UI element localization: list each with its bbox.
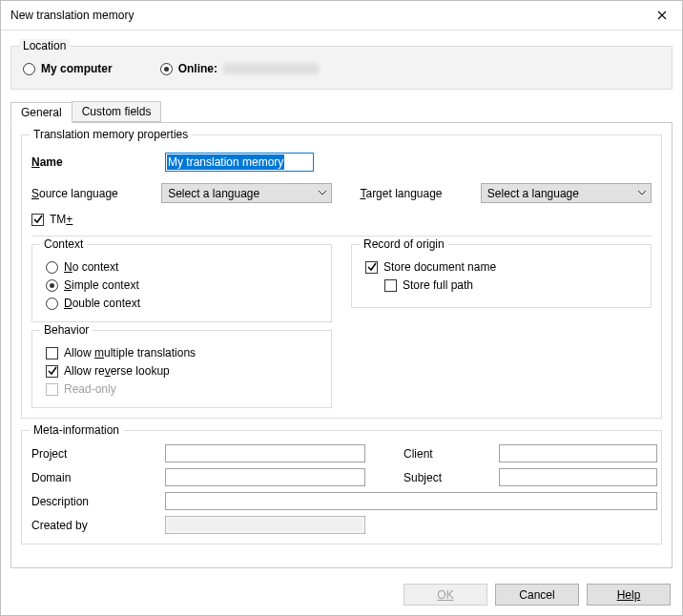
checkbox-icon — [365, 261, 378, 274]
online-label: Online: — [178, 62, 217, 75]
target-language-value: Select a language — [487, 187, 579, 200]
simple-context-label: Simple context — [64, 278, 139, 292]
tab-custom-fields[interactable]: Custom fields — [72, 101, 162, 122]
close-icon — [657, 10, 667, 20]
checkbox-icon — [46, 383, 58, 396]
radio-icon — [46, 261, 58, 274]
source-language-label: Source language — [31, 187, 161, 200]
record-of-origin-group: Record of origin Store document name Sto… — [351, 244, 652, 308]
meta-legend: Meta-information — [30, 423, 123, 437]
created-by-input[interactable] — [165, 516, 365, 534]
tab-strip: General Custom fields — [10, 101, 673, 122]
created-by-label: Created by — [31, 519, 165, 532]
description-input[interactable] — [165, 492, 657, 510]
store-document-name-checkbox[interactable]: Store document name — [365, 260, 637, 274]
description-label: Description — [31, 495, 165, 508]
subject-input[interactable] — [499, 468, 657, 486]
project-label: Project — [31, 447, 165, 461]
store-full-path-label: Store full path — [403, 278, 473, 292]
title-bar: New translation memory — [1, 1, 682, 31]
radio-icon — [46, 279, 58, 292]
tm-plus-checkbox[interactable]: TM+ — [31, 213, 652, 226]
target-language-combo[interactable]: Select a language — [481, 183, 652, 203]
properties-legend: Translation memory properties — [30, 128, 192, 141]
allow-reverse-label: Allow reverse lookup — [64, 364, 170, 378]
tm-plus-label: TM+ — [50, 213, 72, 226]
dialog-title: New translation memory — [10, 9, 642, 22]
name-input[interactable] — [165, 153, 314, 172]
subject-label: Subject — [404, 471, 499, 484]
behavior-legend: Behavior — [40, 323, 93, 337]
meta-information-group: Meta-information Project Client Domain S… — [21, 430, 662, 544]
radio-my-computer[interactable]: My computer — [23, 62, 113, 75]
name-label: Name — [31, 155, 165, 169]
location-group: Location My computer Online: — [10, 46, 673, 90]
dialog-button-row: OK Cancel Help — [1, 574, 682, 615]
store-doc-label: Store document name — [383, 260, 496, 274]
tab-page-general: Translation memory properties Name My tr… — [10, 122, 673, 568]
context-group: Context No context Simple context — [31, 244, 332, 322]
source-language-value: Select a language — [168, 187, 259, 200]
chevron-down-icon — [638, 191, 646, 195]
cancel-button[interactable]: Cancel — [495, 584, 579, 606]
close-button[interactable] — [642, 1, 682, 30]
radio-no-context[interactable]: No context — [46, 260, 318, 274]
location-legend: Location — [19, 39, 70, 52]
double-context-label: Double context — [64, 297, 140, 310]
client-label: Client — [404, 447, 499, 461]
target-language-label: Target language — [360, 187, 480, 200]
chevron-down-icon — [319, 191, 326, 195]
behavior-group: Behavior Allow multiple translations All… — [31, 330, 332, 408]
source-language-combo[interactable]: Select a language — [161, 183, 332, 203]
client-input[interactable] — [499, 444, 657, 462]
store-full-path-checkbox[interactable]: Store full path — [384, 278, 637, 292]
no-context-label: No context — [64, 260, 118, 274]
project-input[interactable] — [165, 444, 365, 462]
domain-label: Domain — [31, 471, 165, 484]
context-legend: Context — [40, 237, 87, 251]
radio-icon — [160, 63, 173, 75]
domain-input[interactable] — [165, 468, 365, 486]
properties-group: Translation memory properties Name My tr… — [21, 134, 662, 419]
help-button[interactable]: Help — [587, 584, 671, 606]
new-translation-memory-dialog: New translation memory Location My compu… — [0, 0, 683, 616]
checkbox-icon — [31, 214, 44, 226]
ok-button: OK — [404, 584, 487, 606]
checkbox-icon — [46, 365, 58, 378]
allow-multiple-translations-checkbox[interactable]: Allow multiple translations — [46, 346, 318, 359]
read-only-label: Read-only — [64, 382, 116, 396]
radio-online[interactable]: Online: — [160, 62, 319, 75]
tab-general[interactable]: General — [10, 102, 72, 123]
allow-reverse-lookup-checkbox[interactable]: Allow reverse lookup — [46, 364, 318, 378]
radio-icon — [23, 63, 35, 75]
checkbox-icon — [384, 279, 397, 292]
radio-double-context[interactable]: Double context — [46, 297, 318, 310]
radio-icon — [46, 298, 58, 310]
checkbox-icon — [46, 347, 58, 359]
read-only-checkbox: Read-only — [46, 382, 318, 396]
radio-simple-context[interactable]: Simple context — [46, 278, 318, 292]
online-server-redacted — [223, 63, 319, 74]
allow-multiple-label: Allow multiple translations — [64, 346, 196, 359]
record-legend: Record of origin — [360, 237, 448, 251]
my-computer-label: My computer — [41, 62, 113, 75]
